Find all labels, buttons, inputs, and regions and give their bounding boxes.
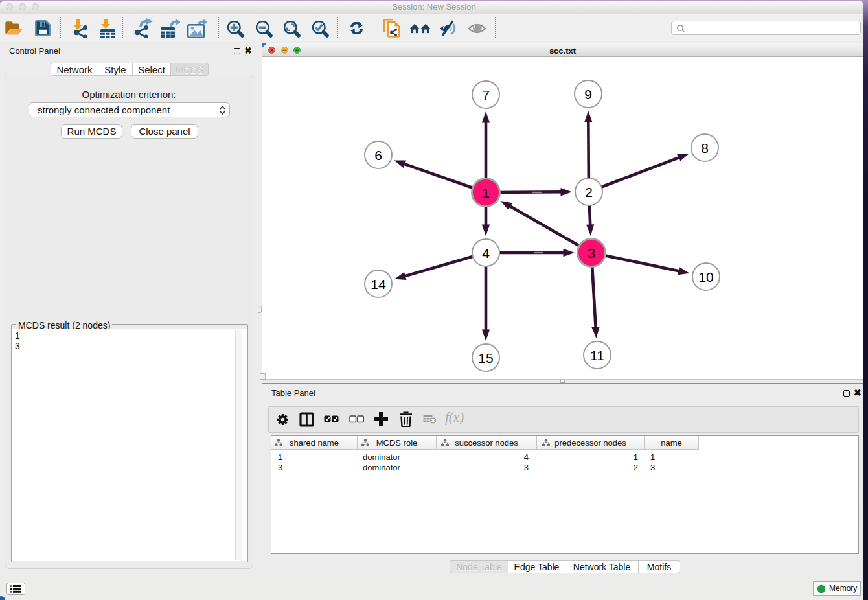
svg-text:1: 1	[482, 185, 490, 200]
svg-text:7: 7	[482, 87, 490, 102]
svg-text:2: 2	[585, 185, 593, 200]
svg-text:15: 15	[478, 351, 493, 365]
svg-text:14: 14	[371, 277, 386, 292]
svg-text:3: 3	[588, 246, 595, 260]
svg-text:8: 8	[701, 141, 709, 156]
svg-text:4: 4	[482, 246, 490, 260]
svg-text:6: 6	[374, 148, 382, 163]
svg-text:10: 10	[698, 270, 713, 284]
svg-text:9: 9	[584, 87, 592, 102]
svg-text:11: 11	[590, 348, 604, 363]
